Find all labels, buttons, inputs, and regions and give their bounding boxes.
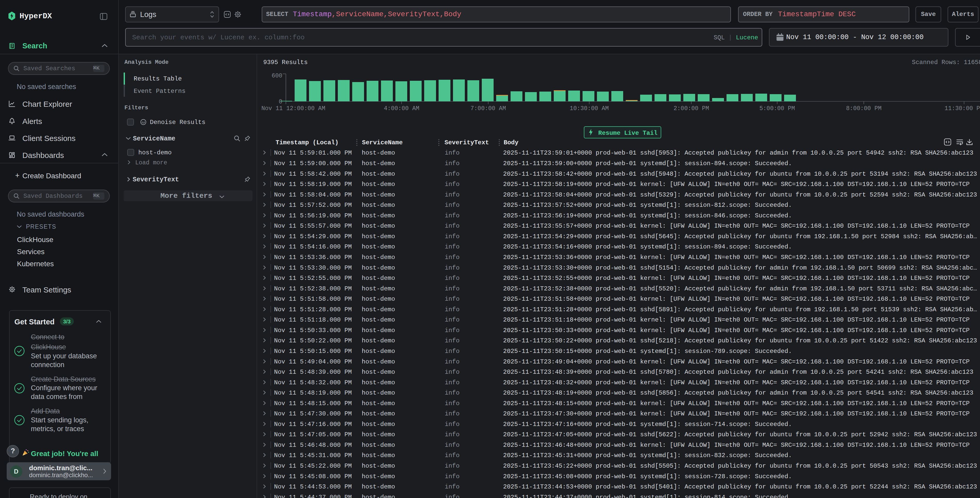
svg-text:5:00:00 PM: 5:00:00 PM xyxy=(759,105,795,112)
svg-text:4:00:00 AM: 4:00:00 AM xyxy=(384,105,419,112)
svg-text:10:30:00 AM: 10:30:00 AM xyxy=(570,105,609,112)
svg-text:600: 600 xyxy=(272,73,282,79)
svg-text:2:00:00 PM: 2:00:00 PM xyxy=(673,105,709,112)
svg-text:8:00:00 PM: 8:00:00 PM xyxy=(846,105,881,112)
svg-text:0: 0 xyxy=(279,99,282,105)
svg-text:7:00:00 AM: 7:00:00 AM xyxy=(471,105,506,112)
svg-text:11:30:00 PM: 11:30:00 PM xyxy=(945,105,980,112)
svg-text:Nov 11 12:00:00 AM: Nov 11 12:00:00 AM xyxy=(261,105,325,112)
